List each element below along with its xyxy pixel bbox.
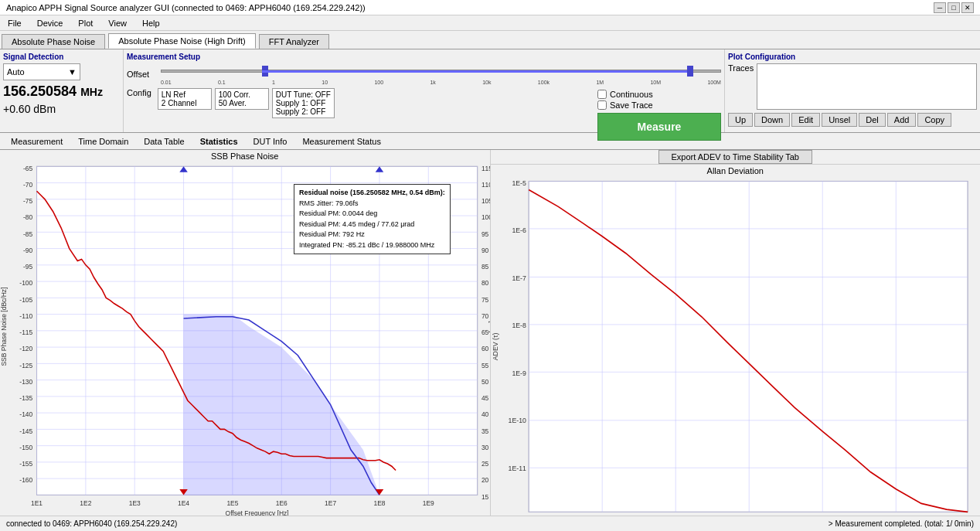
edit-plot-button[interactable]: Edit [791,113,820,127]
svg-text:85: 85 [481,263,489,271]
svg-text:95: 95 [481,230,489,238]
export-button[interactable]: Export ADEV to Time Stability Tab [658,150,812,164]
offset-slider[interactable] [161,63,721,79]
sec-tab-dut-info[interactable]: DUT Info [246,135,295,148]
svg-text:1E8: 1E8 [373,499,385,507]
unsel-plot-button[interactable]: Unsel [822,113,857,127]
svg-text:-90: -90 [23,247,32,254]
down-plot-button[interactable]: Down [754,113,790,127]
up-plot-button[interactable]: Up [728,113,753,127]
allan-chart-svg: 1E-5 1E-6 1E-7 1E-8 1E-9 1E-10 1E-11 1E-… [491,177,981,516]
dut-tune-label: DUT Tune: OFF [276,90,331,99]
svg-text:90: 90 [481,247,489,254]
svg-text:ADEV (τ): ADEV (τ) [491,333,499,361]
svg-text:1E-6: 1E-6 [512,226,526,234]
config-corr-aver: 100 Corr. 50 Aver. [215,88,269,110]
sec-tab-measurement[interactable]: Measurement [3,135,70,148]
sec-tab-time-domain[interactable]: Time Domain [70,135,136,148]
power-unit: dBm [33,103,56,115]
continuous-checkbox-item: Continuous [597,90,653,99]
traces-label: Traces [728,63,754,73]
svg-text:-70: -70 [23,181,32,189]
svg-text:-150: -150 [19,444,32,451]
save-trace-checkbox[interactable] [597,100,607,110]
svg-text:50: 50 [481,378,489,386]
tooltip-integrated-pn: Integrated PN: -85.21 dBc / 19.988000 MH… [299,240,445,251]
svg-text:-130: -130 [19,378,32,386]
signal-detection-label: Signal Detection [3,53,120,61]
meas-config-row: Config LN Ref 2 Channel 100 Corr. 50 Ave… [127,88,721,141]
tab-1[interactable]: Absolute Phase Noise (High Drift) [108,33,255,49]
svg-text:-105: -105 [19,296,32,304]
allan-chart-panel: Export ADEV to Time Stability Tab Allan … [491,150,981,516]
svg-text:-125: -125 [19,362,32,369]
statusbar-right: > Measurement completed. (total: 1/ 0min… [829,519,974,528]
corr-label: 100 Corr. [219,90,265,99]
svg-text:20: 20 [481,476,489,484]
add-plot-button[interactable]: Add [887,113,917,127]
tab-2[interactable]: FFT Analyzer [259,34,329,49]
signal-mode-dropdown[interactable]: Auto ▼ [3,63,80,80]
svg-text:105: 105 [481,197,490,205]
continuous-checkbox[interactable] [597,90,607,99]
slider-right-handle[interactable] [687,66,693,77]
svg-text:-110: -110 [19,312,32,320]
ln-ref-label: LN Ref [162,90,208,99]
menu-item-device[interactable]: Device [29,17,71,29]
svg-text:-65: -65 [23,165,32,172]
statusbar: connected to 0469: APPH6040 (169.254.229… [0,516,980,531]
titlebar: Anapico APPH Signal Source analyzer GUI … [0,0,980,15]
tab-0[interactable]: Absolute Phase Noise [2,34,105,49]
meas-config-left: Config LN Ref 2 Channel 100 Corr. 50 Ave… [127,88,594,118]
save-trace-checkbox-item: Save Trace [597,100,653,110]
minimize-button[interactable]: ─ [934,2,946,13]
sec-tab-measurement-status[interactable]: Measurement Status [294,135,389,148]
export-area: Export ADEV to Time Stability Tab [491,150,981,165]
svg-text:1E9: 1E9 [423,499,434,507]
maximize-button[interactable]: □ [948,2,960,13]
measure-button[interactable]: Measure [597,113,721,141]
supply2-label: Supply 2: OFF [276,107,331,116]
del-plot-button[interactable]: Del [859,113,886,127]
dropdown-arrow-icon: ▼ [68,67,77,77]
signal-detection-panel: Signal Detection Auto ▼ 156.250584 MHz +… [0,49,124,132]
measurement-setup-label: Measurement Setup [127,53,721,61]
sec-tab-data-table[interactable]: Data Table [136,135,192,148]
svg-text:-80: -80 [23,213,32,221]
offset-row: Offset 0.010.11101001k10k100k1M10M100M [127,63,721,85]
close-button[interactable]: ✕ [961,2,974,13]
menu-item-plot[interactable]: Plot [70,17,100,29]
tooltip-rms-jitter: RMS Jitter: 79.06fs [299,199,445,209]
svg-text:-155: -155 [19,460,32,468]
save-trace-label: Save Trace [610,100,653,110]
continuous-label: Continuous [610,90,653,99]
svg-text:35: 35 [481,427,489,435]
tooltip-residual-pm-hz: Residual PM: 792 Hz [299,230,445,240]
statusbar-left: connected to 0469: APPH6040 (169.254.229… [6,519,177,528]
menu-item-file[interactable]: File [0,17,29,29]
svg-text:-75: -75 [23,197,32,205]
config-label: Config [127,88,151,97]
svg-text:1E1: 1E1 [31,499,43,507]
ssb-chart-title: SSB Phase Noise [0,150,490,162]
menu-item-view[interactable]: View [100,17,134,29]
frequency-unit: MHz [80,86,103,98]
svg-text:1E7: 1E7 [325,499,336,507]
aver-label: 50 Aver. [219,99,265,107]
slider-fill [262,70,693,73]
svg-text:1E-11: 1E-11 [508,465,526,472]
channel-label: 2 Channel [162,99,208,107]
sec-tab-statistics[interactable]: Statistics [192,135,246,148]
copy-plot-button[interactable]: Copy [917,113,951,127]
tooltip-title: Residual noise (156.250582 MHz, 0.54 dBm… [299,188,445,199]
svg-text:-160: -160 [19,476,32,484]
offset-scale: 0.010.11101001k10k100k1M10M100M [161,80,721,85]
frequency-value: 156.250584 [3,83,77,99]
svg-text:1E-5: 1E-5 [512,179,526,187]
measurement-setup-panel: Measurement Setup Offset 0.010.11101001k… [124,49,725,132]
svg-text:115: 115 [481,165,490,172]
plot-config-panel: Plot Configuration Traces UpDownEditUnse… [725,49,980,132]
supply1-label: Supply 1: OFF [276,99,331,107]
menu-item-help[interactable]: Help [134,17,168,29]
svg-text:1E2: 1E2 [80,499,91,507]
